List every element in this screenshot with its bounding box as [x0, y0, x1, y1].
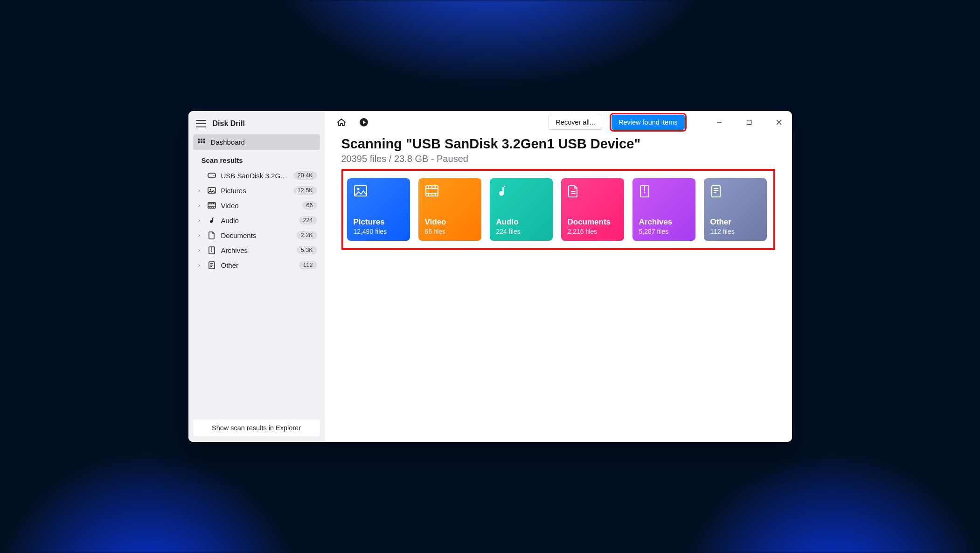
minimize-button[interactable]	[709, 113, 730, 132]
home-button[interactable]	[335, 116, 348, 129]
picture-icon	[354, 185, 368, 199]
svg-rect-27	[747, 120, 751, 125]
card-audio[interactable]: Audio 224 files	[490, 178, 553, 241]
app-title: Disk Drill	[213, 119, 245, 128]
main-panel: Recover all... Review found items Scanni…	[325, 111, 792, 442]
count-badge: 224	[299, 216, 317, 224]
card-archives[interactable]: Archives 5,287 files	[632, 178, 695, 241]
document-icon	[207, 231, 216, 239]
card-count: 2,216 files	[568, 228, 618, 235]
sidebar: Disk Drill Dashboard Scan results › USB …	[188, 111, 325, 442]
card-title: Video	[425, 217, 475, 227]
svg-point-31	[357, 188, 359, 190]
chevron-right-icon: ›	[196, 203, 202, 208]
count-badge: 20.4K	[293, 171, 317, 180]
sidebar-header: Disk Drill	[193, 115, 320, 134]
video-icon	[207, 202, 216, 209]
sidebar-item-label: Video	[221, 202, 298, 210]
sidebar-item-label: Other	[221, 261, 294, 269]
sidebar-item-dashboard[interactable]: Dashboard	[193, 134, 320, 150]
content: Scanning "USB SanDisk 3.2Gen1 USB Device…	[325, 133, 792, 259]
svg-rect-5	[203, 141, 205, 143]
sidebar-section-title: Scan results	[193, 150, 320, 168]
archive-icon	[207, 246, 216, 254]
svg-point-9	[209, 189, 211, 190]
sidebar-item-label: Audio	[221, 217, 294, 224]
svg-rect-46	[712, 186, 720, 197]
chevron-right-icon: ›	[196, 188, 202, 193]
svg-rect-6	[208, 173, 215, 178]
card-count: 112 files	[710, 228, 760, 235]
sidebar-item-label: Archives	[221, 246, 292, 254]
sidebar-item-label: Dashboard	[211, 138, 245, 146]
grid-icon	[198, 139, 205, 146]
category-cards: Pictures 12,490 files Video 66 files	[347, 178, 770, 241]
svg-point-45	[644, 192, 645, 193]
show-in-explorer-button[interactable]: Show scan results in Explorer	[193, 420, 320, 436]
count-badge: 112	[299, 261, 317, 269]
category-cards-highlight: Pictures 12,490 files Video 66 files	[341, 169, 775, 250]
card-pictures[interactable]: Pictures 12,490 files	[347, 178, 410, 241]
play-icon	[360, 118, 368, 126]
count-badge: 12.5K	[293, 186, 317, 195]
card-title: Documents	[568, 217, 618, 227]
svg-rect-1	[201, 139, 202, 140]
chevron-right-icon: ›	[196, 217, 202, 223]
card-documents[interactable]: Documents 2,216 files	[561, 178, 624, 241]
play-button[interactable]	[357, 116, 370, 129]
topbar: Recover all... Review found items	[325, 111, 792, 133]
svg-point-21	[211, 251, 212, 252]
svg-rect-0	[198, 139, 200, 140]
card-title: Other	[710, 217, 760, 227]
close-button[interactable]	[769, 113, 789, 132]
menu-icon[interactable]	[196, 120, 206, 127]
sidebar-item-audio[interactable]: › Audio 224	[193, 213, 320, 228]
svg-point-7	[213, 175, 214, 176]
chevron-right-icon: ›	[196, 262, 202, 268]
count-badge: 2.2K	[297, 231, 317, 239]
card-title: Archives	[639, 217, 689, 227]
drive-icon	[207, 173, 216, 178]
sidebar-item-device[interactable]: › USB SanDisk 3.2Gen1... 20.4K	[193, 168, 320, 183]
sidebar-item-pictures[interactable]: › Pictures 12.5K	[193, 183, 320, 198]
audio-icon	[207, 217, 216, 224]
chevron-right-icon: ›	[196, 247, 202, 253]
audio-icon	[496, 185, 510, 199]
card-count: 12,490 files	[354, 228, 403, 235]
sidebar-item-label: Pictures	[221, 187, 289, 195]
document-icon	[568, 185, 582, 199]
sidebar-item-documents[interactable]: › Documents 2.2K	[193, 228, 320, 243]
sidebar-item-label: Documents	[221, 231, 292, 239]
recover-all-button[interactable]: Recover all...	[549, 115, 602, 130]
card-other[interactable]: Other 112 files	[704, 178, 767, 241]
sidebar-item-label: USB SanDisk 3.2Gen1...	[221, 172, 289, 180]
page-title: Scanning "USB SanDisk 3.2Gen1 USB Device…	[341, 136, 775, 152]
card-count: 66 files	[425, 228, 475, 235]
card-title: Audio	[496, 217, 546, 227]
file-icon	[710, 185, 724, 199]
card-count: 5,287 files	[639, 228, 689, 235]
count-badge: 5.3K	[297, 246, 317, 254]
card-title: Pictures	[354, 217, 403, 227]
card-count: 224 files	[496, 228, 546, 235]
video-icon	[425, 185, 439, 199]
svg-rect-2	[203, 139, 205, 140]
sidebar-item-archives[interactable]: › Archives 5.3K	[193, 243, 320, 258]
archive-icon	[639, 185, 653, 199]
card-video[interactable]: Video 66 files	[418, 178, 481, 241]
picture-icon	[207, 187, 216, 194]
svg-rect-3	[198, 141, 200, 143]
sidebar-item-video[interactable]: › Video 66	[193, 198, 320, 213]
file-icon	[207, 261, 216, 269]
scan-status: 20395 files / 23.8 GB - Paused	[341, 154, 775, 164]
app-window: Disk Drill Dashboard Scan results › USB …	[188, 111, 792, 442]
chevron-right-icon: ›	[196, 232, 202, 238]
sidebar-footer: Show scan results in Explorer	[193, 420, 320, 436]
maximize-button[interactable]	[739, 113, 759, 132]
count-badge: 66	[302, 201, 317, 210]
sidebar-item-other[interactable]: › Other 112	[193, 258, 320, 273]
review-found-items-button[interactable]: Review found items	[612, 115, 685, 130]
svg-rect-4	[201, 141, 202, 143]
